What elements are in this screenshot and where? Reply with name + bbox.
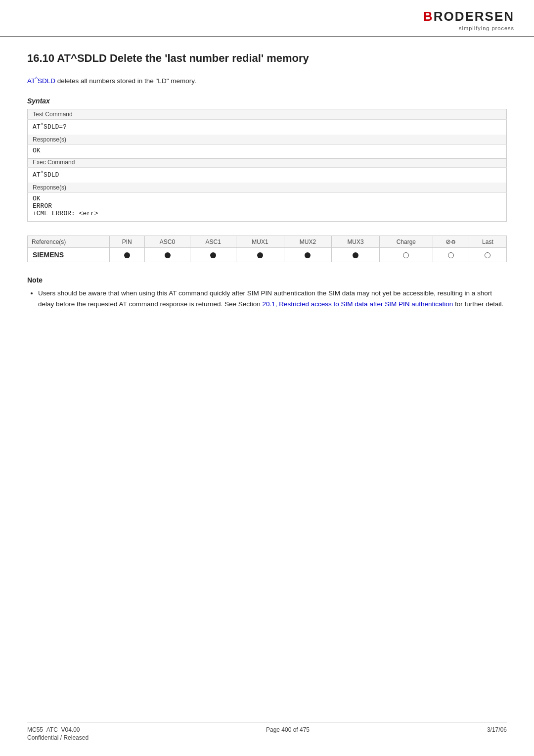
section-heading: 16.10 AT^SDLD Delete the 'last number re… <box>27 52 507 65</box>
logo-brand: BRODERSEN <box>423 9 514 24</box>
test-command-value: AT^SDLD=? <box>28 119 507 135</box>
page-wrapper: BRODERSEN simplifying process 16.10 AT^S… <box>0 0 534 756</box>
ref-header-wireless: ⊘♻ <box>433 236 469 248</box>
note-section: Note Users should be aware that when usi… <box>27 276 507 309</box>
empty-circle <box>448 252 454 258</box>
empty-circle <box>485 252 490 258</box>
test-response-value: OK <box>28 145 507 159</box>
test-command-label: Test Command <box>28 109 507 119</box>
filled-circle <box>124 252 130 258</box>
ref-mux3-siemens <box>332 248 380 262</box>
filled-circle <box>353 252 358 258</box>
intro-paragraph: AT^SDLD deletes all numbers stored in th… <box>27 75 507 86</box>
header: BRODERSEN simplifying process <box>0 0 534 37</box>
ref-header-charge: Charge <box>379 236 433 248</box>
syntax-heading: Syntax <box>27 97 507 105</box>
empty-circle <box>403 252 409 258</box>
ref-header-references: Reference(s) <box>28 236 110 248</box>
reference-table: Reference(s) PIN ASC0 ASC1 MUX1 MUX2 MUX… <box>27 236 507 262</box>
table-row: SIEMENS <box>28 248 507 262</box>
ref-header-last: Last <box>469 236 506 248</box>
exec-command-label-row: Exec Command <box>28 159 507 168</box>
intro-description: deletes all numbers stored in the "LD" m… <box>55 77 196 85</box>
exec-response-value: OK ERROR +CME ERROR: <err> <box>28 193 507 222</box>
test-response-value-row: OK <box>28 145 507 159</box>
exec-response-label-row: Response(s) <box>28 183 507 193</box>
test-response-label-row: Response(s) <box>28 135 507 145</box>
test-command-value-row: AT^SDLD=? <box>28 119 507 135</box>
note-link[interactable]: 20.1, Restricted access to SIM data afte… <box>263 300 453 308</box>
test-command-label-row: Test Command <box>28 109 507 119</box>
filled-circle <box>165 252 171 258</box>
ref-wireless-siemens <box>433 248 469 262</box>
ref-header-mux3: MUX3 <box>332 236 380 248</box>
filled-circle <box>257 252 263 258</box>
footer-confidential: Confidential / Released <box>27 734 89 741</box>
ref-header-mux1: MUX1 <box>236 236 284 248</box>
section-title: AT^SDLD Delete the 'last number redial' … <box>57 52 309 64</box>
note-heading: Note <box>27 276 507 284</box>
atsdld-link[interactable]: AT^SDLD <box>27 77 55 85</box>
footer-left: MC55_ATC_V04.00 Confidential / Released <box>27 726 89 741</box>
ref-header-asc1: ASC1 <box>190 236 236 248</box>
footer-date: 3/17/06 <box>487 726 507 733</box>
ref-charge-siemens <box>379 248 433 262</box>
footer-doc-id: MC55_ATC_V04.00 <box>27 726 89 733</box>
exec-command-value-row: AT^SDLD <box>28 168 507 183</box>
exec-command-label: Exec Command <box>28 159 507 168</box>
ref-name-siemens: SIEMENS <box>28 248 110 262</box>
ref-table-header-row: Reference(s) PIN ASC0 ASC1 MUX1 MUX2 MUX… <box>28 236 507 248</box>
ref-header-pin: PIN <box>109 236 144 248</box>
ref-mux1-siemens <box>236 248 284 262</box>
ref-header-asc0: ASC0 <box>144 236 190 248</box>
ref-asc0-siemens <box>144 248 190 262</box>
main-content: 16.10 AT^SDLD Delete the 'last number re… <box>0 37 534 330</box>
exec-command-value: AT^SDLD <box>28 168 507 183</box>
ref-pin-siemens <box>109 248 144 262</box>
ref-last-siemens <box>469 248 506 262</box>
note-list: Users should be aware that when using th… <box>27 288 507 309</box>
test-response-label: Response(s) <box>28 135 507 145</box>
filled-circle <box>210 252 216 258</box>
exec-response-label: Response(s) <box>28 183 507 193</box>
exec-response-value-row: OK ERROR +CME ERROR: <err> <box>28 193 507 222</box>
filled-circle <box>305 252 311 258</box>
syntax-table: Test Command AT^SDLD=? Response(s) OK Ex… <box>27 109 507 222</box>
ref-mux2-siemens <box>284 248 332 262</box>
section-number: 16.10 <box>27 52 54 64</box>
footer: MC55_ATC_V04.00 Confidential / Released … <box>27 722 507 741</box>
list-item: Users should be aware that when using th… <box>38 288 507 309</box>
ref-header-mux2: MUX2 <box>284 236 332 248</box>
logo-area: BRODERSEN simplifying process <box>423 9 514 31</box>
logo-tagline: simplifying process <box>459 25 514 31</box>
footer-page-info: Page 400 of 475 <box>266 726 310 733</box>
ref-asc1-siemens <box>190 248 236 262</box>
